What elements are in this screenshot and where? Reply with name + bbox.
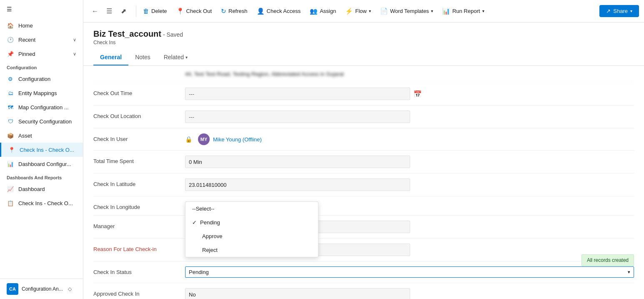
total-time-value: 0 Min: [189, 159, 202, 165]
check-in-status-input-area: Pending ▾: [185, 266, 634, 278]
hamburger-button[interactable]: ☰: [0, 0, 83, 18]
tab-notes[interactable]: Notes: [128, 50, 157, 65]
assign-icon: 👥: [310, 8, 318, 15]
total-time-input-area: 0 Min: [185, 156, 634, 168]
dropdown-option-approve[interactable]: Approve: [185, 229, 318, 243]
flow-button[interactable]: ⚡ Flow ▾: [341, 5, 375, 18]
sidebar-item-dashboard-config[interactable]: 📊 Dashboard Configur...: [0, 157, 83, 171]
check-out-time-field[interactable]: ---: [185, 88, 410, 100]
checkout-label: Check Out: [186, 8, 212, 14]
hamburger-icon: ☰: [7, 6, 12, 13]
sidebar-item-label: Dashboard Configur...: [18, 161, 71, 167]
dropdown-option-label: Approve: [202, 233, 222, 239]
dropdown-option-pending[interactable]: ✓ Pending: [185, 216, 318, 229]
check-in-status-select[interactable]: Pending ▾: [185, 266, 634, 278]
check-access-icon: 👤: [257, 8, 265, 15]
tab-general[interactable]: General: [93, 50, 128, 65]
toolbar-nav: ← ☰ ⬈: [88, 5, 130, 18]
latitude-field[interactable]: 23.0114810000: [185, 178, 410, 191]
tab-related[interactable]: Related ▾: [157, 50, 194, 65]
sidebar-item-asset[interactable]: 📦 Asset: [0, 128, 83, 143]
sidebar-item-security-config[interactable]: 🛡 Security Configuration: [0, 114, 83, 128]
approved-check-in-input-area: No: [185, 288, 634, 299]
sidebar-item-check-ins-reports[interactable]: 📋 Check Ins - Check O...: [0, 196, 83, 210]
sidebar-item-entity-mappings[interactable]: 🗂 Entity Mappings: [0, 86, 83, 100]
notification-bar: All records created: [581, 254, 634, 266]
dropdown-option-reject[interactable]: Reject: [185, 243, 318, 257]
field-label: [93, 71, 185, 73]
checkout-button[interactable]: 📍 Check Out: [172, 5, 216, 18]
sidebar-item-map-config[interactable]: 🗺 Map Configuration ...: [0, 100, 83, 114]
check-out-location-field[interactable]: ---: [185, 111, 410, 123]
footer-label: Configuration An...: [22, 286, 63, 292]
settings-icon: ⚙: [7, 75, 14, 83]
sidebar-item-label: Dashboard: [18, 186, 45, 192]
sidebar-item-label: Check Ins - Check O...: [18, 200, 73, 206]
form-row-check-out-location: Check Out Location ---: [93, 106, 634, 128]
form-row-manager: Manager: [93, 216, 634, 239]
tabs-bar: General Notes Related ▾: [83, 50, 644, 66]
check-out-time-input-area: --- 📅: [185, 88, 634, 100]
share-label: Share: [613, 8, 628, 14]
pin-icon: 📌: [7, 50, 14, 58]
calendar-icon[interactable]: 📅: [413, 90, 422, 98]
form-area: 44, Test Test Road, Testing Region, Abbr…: [83, 66, 644, 299]
diamond-icon: ◇: [68, 286, 72, 292]
list-view-button[interactable]: ☰: [103, 5, 116, 18]
map-icon: 🗺: [7, 103, 14, 111]
sidebar-item-label: Recent: [18, 37, 35, 43]
total-time-field[interactable]: 0 Min: [185, 156, 410, 168]
flow-chevron-icon: ▾: [369, 9, 371, 13]
sidebar: ☰ 🏠 Home 🕐 Recent ∨ 📌 Pinned ∨ Configura…: [0, 0, 83, 299]
form-row-check-out-time: Check Out Time --- 📅: [93, 83, 634, 106]
check-access-button[interactable]: 👤 Check Access: [253, 5, 305, 18]
approved-check-in-field[interactable]: No: [185, 288, 410, 299]
main-area: ← ☰ ⬈ 🗑 Delete 📍 Check Out ↻ Refresh 👤 C…: [83, 0, 644, 299]
sidebar-item-dashboard[interactable]: 📈 Dashboard: [0, 182, 83, 196]
word-icon: 📄: [380, 8, 388, 15]
section-label-dashboards: Dashboards And Reports: [0, 171, 83, 182]
sidebar-item-label: Home: [18, 23, 33, 29]
sidebar-item-label: Entity Mappings: [18, 90, 57, 96]
sidebar-item-home[interactable]: 🏠 Home: [0, 18, 83, 33]
sidebar-item-label: Pinned: [18, 51, 35, 57]
check-in-status-value: Pending: [189, 269, 209, 275]
new-record-button[interactable]: ⬈: [117, 5, 130, 18]
refresh-icon: ↻: [221, 8, 226, 15]
assign-button[interactable]: 👥 Assign: [306, 5, 340, 18]
word-templates-button[interactable]: 📄 Word Templates ▾: [376, 5, 437, 18]
total-time-label: Total Time Spent: [93, 156, 185, 164]
reason-late-label: Reason For Late Check-in: [93, 244, 185, 252]
sidebar-item-configuration[interactable]: ⚙ Configuration: [0, 72, 83, 86]
sidebar-item-check-ins[interactable]: 📍 Check Ins - Check O...: [0, 143, 83, 157]
dropdown-option-label: Reject: [202, 247, 218, 253]
delete-button[interactable]: 🗑 Delete: [139, 5, 171, 17]
user-avatar: MY: [198, 133, 210, 145]
chart-icon: 📊: [7, 160, 14, 168]
flow-icon: ⚡: [345, 8, 353, 15]
flow-label: Flow: [355, 8, 366, 14]
check-in-status-label: Check In Status: [93, 266, 185, 275]
dropdown-option-select[interactable]: --Select--: [185, 202, 318, 216]
sidebar-footer[interactable]: CA Configuration An... ◇: [0, 279, 83, 299]
longitude-dropdown: --Select-- ✓ Pending Approve Reject: [185, 201, 318, 257]
sidebar-item-label: Map Configuration ...: [18, 104, 69, 111]
dropdown-option-label: Pending: [200, 219, 220, 226]
sidebar-item-label: Configuration: [18, 76, 50, 82]
sidebar-item-recent[interactable]: 🕐 Recent ∨: [0, 33, 83, 47]
form-row-longitude: Check In Longitude --Select-- ✓ Pending: [93, 196, 634, 216]
latitude-label: Check In Latitude: [93, 178, 185, 187]
content-area: Biz Test_account - Saved Check Ins Gener…: [83, 23, 644, 299]
page-title: Biz Test_account - Saved: [93, 29, 634, 39]
content-header: Biz Test_account - Saved Check Ins: [83, 23, 644, 45]
user-link[interactable]: Mike Young (Offline): [213, 136, 262, 143]
share-button[interactable]: ↗ Share ▾: [599, 5, 639, 17]
refresh-button[interactable]: ↻ Refresh: [217, 5, 252, 18]
tab-related-chevron: ▾: [185, 55, 188, 60]
back-button[interactable]: ←: [88, 5, 102, 18]
field-value: 44, Test Test Road, Testing Region, Abbr…: [185, 71, 634, 77]
location-icon: 📍: [8, 146, 15, 153]
sidebar-item-pinned[interactable]: 📌 Pinned ∨: [0, 47, 83, 61]
run-report-button[interactable]: 📊 Run Report ▾: [438, 5, 488, 18]
latitude-input-area: 23.0114810000: [185, 178, 634, 191]
